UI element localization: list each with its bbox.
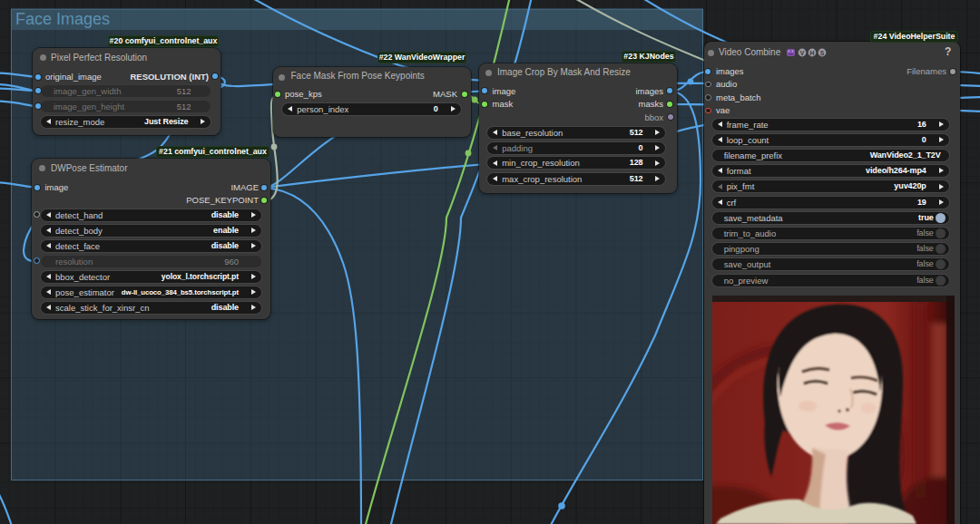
svg-text:V: V — [800, 50, 805, 56]
svg-text:S: S — [820, 50, 825, 56]
svg-text:Face Images: Face Images — [15, 10, 110, 28]
svg-text:H: H — [810, 50, 815, 56]
